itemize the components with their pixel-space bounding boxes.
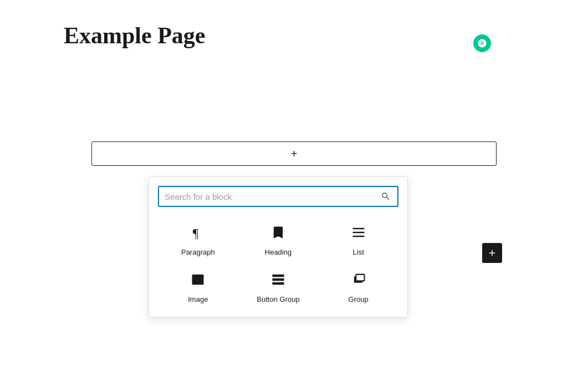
paragraph-icon: ¶ [188,222,208,242]
grammarly-icon[interactable] [473,34,491,52]
svg-point-2 [195,277,197,279]
svg-rect-5 [272,282,284,285]
add-block-bar[interactable]: + [91,141,497,166]
block-search-input[interactable] [165,192,380,201]
block-item-image[interactable]: Image [158,270,238,303]
heading-icon [268,222,288,242]
block-item-image-label: Image [188,295,208,303]
block-picker-popup: ¶ Paragraph Heading List [149,176,408,317]
block-item-paragraph-label: Paragraph [181,248,215,256]
block-item-heading-label: Heading [265,248,292,256]
block-item-group[interactable]: Group [318,270,398,303]
add-block-plus-icon: + [291,148,298,159]
block-item-list[interactable]: List [318,222,398,256]
block-search-wrapper [158,186,398,207]
block-item-list-label: List [353,248,364,256]
search-button[interactable] [380,190,392,202]
page-title: Example Page [64,22,205,49]
block-item-heading[interactable]: Heading [238,222,319,256]
block-item-group-label: Group [349,295,369,303]
list-icon [349,222,369,242]
svg-rect-1 [192,275,204,285]
button-group-icon [268,270,288,290]
floating-add-button[interactable] [482,243,502,263]
block-grid: ¶ Paragraph Heading List [158,218,398,312]
block-item-button-group-label: Button Group [257,295,299,303]
svg-rect-4 [272,278,284,281]
svg-rect-7 [356,275,364,281]
svg-text:¶: ¶ [193,226,199,240]
svg-rect-3 [272,275,284,277]
block-item-paragraph[interactable]: ¶ Paragraph [158,222,238,256]
block-item-button-group[interactable]: Button Group [238,270,319,303]
image-icon [188,270,208,290]
group-icon [349,270,369,290]
